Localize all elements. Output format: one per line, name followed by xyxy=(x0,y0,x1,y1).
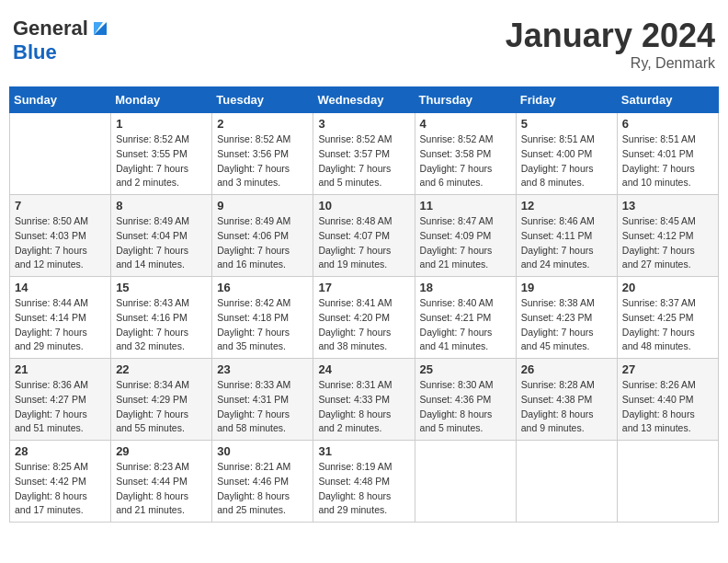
calendar-cell: 16Sunrise: 8:42 AMSunset: 4:18 PMDayligh… xyxy=(212,277,313,359)
day-number: 22 xyxy=(116,362,207,376)
day-number: 19 xyxy=(521,281,612,294)
calendar-cell: 26Sunrise: 8:28 AMSunset: 4:38 PMDayligh… xyxy=(516,359,617,441)
calendar-cell: 15Sunrise: 8:43 AMSunset: 4:16 PMDayligh… xyxy=(111,277,212,359)
calendar-cell: 21Sunrise: 8:36 AMSunset: 4:27 PMDayligh… xyxy=(10,359,111,441)
day-number: 1 xyxy=(116,117,207,131)
day-number: 15 xyxy=(116,281,207,294)
day-number: 11 xyxy=(420,199,511,213)
calendar-cell: 5Sunrise: 8:51 AMSunset: 4:00 PMDaylight… xyxy=(516,113,617,195)
calendar-cell: 2Sunrise: 8:52 AMSunset: 3:56 PMDaylight… xyxy=(212,113,313,195)
day-number: 2 xyxy=(217,117,308,131)
page-header: General Blue January 2024 Ry, Denmark xyxy=(9,9,719,79)
day-info: Sunrise: 8:49 AMSunset: 4:04 PMDaylight:… xyxy=(116,214,207,272)
calendar-cell xyxy=(415,441,516,523)
month-title: January 2024 xyxy=(506,17,715,55)
calendar-cell xyxy=(617,441,718,523)
day-info: Sunrise: 8:31 AMSunset: 4:33 PMDaylight:… xyxy=(318,378,409,436)
day-number: 24 xyxy=(318,362,409,376)
dow-wednesday: Wednesday xyxy=(313,87,415,113)
day-number: 12 xyxy=(521,199,612,213)
day-info: Sunrise: 8:36 AMSunset: 4:27 PMDaylight:… xyxy=(15,378,106,436)
day-number: 30 xyxy=(217,444,308,458)
dow-tuesday: Tuesday xyxy=(212,87,313,113)
day-number: 28 xyxy=(15,444,106,458)
calendar-cell: 11Sunrise: 8:47 AMSunset: 4:09 PMDayligh… xyxy=(415,195,516,277)
day-number: 29 xyxy=(116,444,207,458)
calendar-cell: 13Sunrise: 8:45 AMSunset: 4:12 PMDayligh… xyxy=(617,195,718,277)
day-info: Sunrise: 8:43 AMSunset: 4:16 PMDaylight:… xyxy=(116,296,207,354)
day-info: Sunrise: 8:49 AMSunset: 4:06 PMDaylight:… xyxy=(217,214,308,272)
day-number: 27 xyxy=(622,362,713,376)
day-info: Sunrise: 8:40 AMSunset: 4:21 PMDaylight:… xyxy=(420,296,511,354)
day-number: 14 xyxy=(15,281,106,294)
calendar-cell: 25Sunrise: 8:30 AMSunset: 4:36 PMDayligh… xyxy=(415,359,516,441)
dow-saturday: Saturday xyxy=(617,87,718,113)
day-number: 18 xyxy=(420,281,511,294)
calendar-cell: 12Sunrise: 8:46 AMSunset: 4:11 PMDayligh… xyxy=(516,195,617,277)
day-number: 25 xyxy=(420,362,511,376)
day-number: 7 xyxy=(15,199,106,213)
calendar-cell: 30Sunrise: 8:21 AMSunset: 4:46 PMDayligh… xyxy=(212,441,313,523)
day-info: Sunrise: 8:37 AMSunset: 4:25 PMDaylight:… xyxy=(622,296,713,354)
day-info: Sunrise: 8:50 AMSunset: 4:03 PMDaylight:… xyxy=(15,214,106,272)
day-number: 13 xyxy=(622,199,713,213)
calendar-cell: 4Sunrise: 8:52 AMSunset: 3:58 PMDaylight… xyxy=(415,113,516,195)
calendar-cell: 22Sunrise: 8:34 AMSunset: 4:29 PMDayligh… xyxy=(111,359,212,441)
day-info: Sunrise: 8:25 AMSunset: 4:42 PMDaylight:… xyxy=(15,460,106,518)
header-right: January 2024 Ry, Denmark xyxy=(506,17,715,72)
calendar-cell: 20Sunrise: 8:37 AMSunset: 4:25 PMDayligh… xyxy=(617,277,718,359)
day-number: 8 xyxy=(116,199,207,213)
calendar-cell: 27Sunrise: 8:26 AMSunset: 4:40 PMDayligh… xyxy=(617,359,718,441)
calendar-cell: 6Sunrise: 8:51 AMSunset: 4:01 PMDaylight… xyxy=(617,113,718,195)
calendar-cell: 29Sunrise: 8:23 AMSunset: 4:44 PMDayligh… xyxy=(111,441,212,523)
day-number: 23 xyxy=(217,362,308,376)
logo: General Blue xyxy=(13,17,110,64)
dow-friday: Friday xyxy=(516,87,617,113)
calendar-cell: 24Sunrise: 8:31 AMSunset: 4:33 PMDayligh… xyxy=(313,359,415,441)
logo-blue: Blue xyxy=(13,40,57,63)
day-number: 10 xyxy=(318,199,409,213)
calendar-cell: 18Sunrise: 8:40 AMSunset: 4:21 PMDayligh… xyxy=(415,277,516,359)
calendar-cell: 14Sunrise: 8:44 AMSunset: 4:14 PMDayligh… xyxy=(10,277,111,359)
day-info: Sunrise: 8:52 AMSunset: 3:57 PMDaylight:… xyxy=(318,132,409,190)
day-number: 26 xyxy=(521,362,612,376)
calendar-cell: 19Sunrise: 8:38 AMSunset: 4:23 PMDayligh… xyxy=(516,277,617,359)
calendar-cell: 1Sunrise: 8:52 AMSunset: 3:55 PMDaylight… xyxy=(111,113,212,195)
day-number: 3 xyxy=(318,117,409,131)
logo-general: General xyxy=(13,17,88,40)
day-info: Sunrise: 8:19 AMSunset: 4:48 PMDaylight:… xyxy=(318,460,409,518)
day-number: 31 xyxy=(318,444,409,458)
day-info: Sunrise: 8:44 AMSunset: 4:14 PMDaylight:… xyxy=(15,296,106,354)
calendar-cell: 23Sunrise: 8:33 AMSunset: 4:31 PMDayligh… xyxy=(212,359,313,441)
day-info: Sunrise: 8:48 AMSunset: 4:07 PMDaylight:… xyxy=(318,214,409,272)
day-number: 6 xyxy=(622,117,713,131)
day-number: 5 xyxy=(521,117,612,131)
week-row-4: 21Sunrise: 8:36 AMSunset: 4:27 PMDayligh… xyxy=(10,359,719,441)
calendar-cell: 9Sunrise: 8:49 AMSunset: 4:06 PMDaylight… xyxy=(212,195,313,277)
day-info: Sunrise: 8:42 AMSunset: 4:18 PMDaylight:… xyxy=(217,296,308,354)
day-info: Sunrise: 8:28 AMSunset: 4:38 PMDaylight:… xyxy=(521,378,612,436)
day-info: Sunrise: 8:23 AMSunset: 4:44 PMDaylight:… xyxy=(116,460,207,518)
calendar-table: SundayMondayTuesdayWednesdayThursdayFrid… xyxy=(9,86,719,523)
day-info: Sunrise: 8:52 AMSunset: 3:55 PMDaylight:… xyxy=(116,132,207,190)
day-info: Sunrise: 8:46 AMSunset: 4:11 PMDaylight:… xyxy=(521,214,612,272)
calendar-cell: 3Sunrise: 8:52 AMSunset: 3:57 PMDaylight… xyxy=(313,113,415,195)
dow-monday: Monday xyxy=(111,87,212,113)
week-row-2: 7Sunrise: 8:50 AMSunset: 4:03 PMDaylight… xyxy=(10,195,719,277)
day-info: Sunrise: 8:47 AMSunset: 4:09 PMDaylight:… xyxy=(420,214,511,272)
location: Ry, Denmark xyxy=(506,55,715,72)
calendar-cell: 17Sunrise: 8:41 AMSunset: 4:20 PMDayligh… xyxy=(313,277,415,359)
day-number: 16 xyxy=(217,281,308,294)
dow-sunday: Sunday xyxy=(10,87,111,113)
calendar-cell: 28Sunrise: 8:25 AMSunset: 4:42 PMDayligh… xyxy=(10,441,111,523)
day-number: 4 xyxy=(420,117,511,131)
calendar-cell: 7Sunrise: 8:50 AMSunset: 4:03 PMDaylight… xyxy=(10,195,111,277)
day-number: 20 xyxy=(622,281,713,294)
week-row-3: 14Sunrise: 8:44 AMSunset: 4:14 PMDayligh… xyxy=(10,277,719,359)
day-info: Sunrise: 8:33 AMSunset: 4:31 PMDaylight:… xyxy=(217,378,308,436)
days-of-week-row: SundayMondayTuesdayWednesdayThursdayFrid… xyxy=(10,87,719,113)
calendar-cell xyxy=(10,113,111,195)
day-number: 9 xyxy=(217,199,308,213)
day-info: Sunrise: 8:52 AMSunset: 3:58 PMDaylight:… xyxy=(420,132,511,190)
day-info: Sunrise: 8:38 AMSunset: 4:23 PMDaylight:… xyxy=(521,296,612,354)
